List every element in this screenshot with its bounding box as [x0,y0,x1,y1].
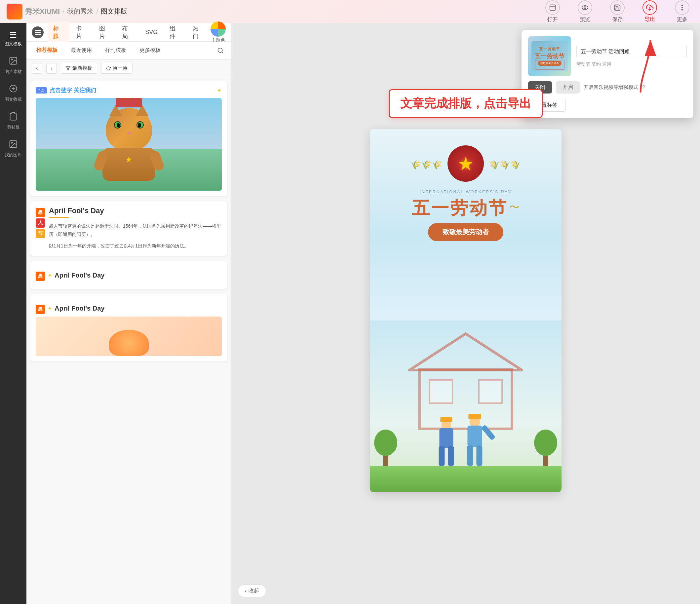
export-icon [643,0,657,15]
preview-icon [578,0,592,15]
tag-yu: 愚 [36,208,45,217]
sidebar-item-collection[interactable]: 图文收藏 [0,80,26,106]
labor-card-top: 🌾🌾🌾 🌾🌾🌾 INTERNATIONAL WORKERS'S DAY 五一劳动… [370,129,561,248]
preview-label: 预览 [580,16,590,23]
subtab-sample[interactable]: 样刊模板 [100,45,131,56]
tab-title[interactable]: 标题 [48,22,69,43]
card-tags-4: 愚 [36,303,45,314]
fool-underline [49,217,69,218]
card-image-4 [36,317,222,356]
card-title-3: April Fool's Day [54,272,104,279]
open-label: 打开 [547,16,558,23]
switch-on-button[interactable]: 开启 [556,81,580,94]
template-card-3[interactable]: 愚 ✦ April Fool's Day [30,261,227,289]
theme-button[interactable]: 主题色 [210,22,226,43]
brand-name: 秀米XIUMI [25,7,60,17]
card-tags-3: 愚 [36,270,45,281]
open-button[interactable]: 打开 [541,0,564,26]
svg-point-4 [682,9,683,10]
template-list[interactable]: 4.1 点击蓝字 关注我们 ✦ [26,77,231,604]
tag-ren: 人 [36,219,45,228]
svg-point-3 [682,7,683,8]
workers-figures [434,416,486,466]
top-bar: X 秀米XIUMI / 我的秀米 / 图文排版 打开 预览 保存 [0,0,700,23]
tab-hot[interactable]: 热门 [188,22,209,43]
filter-newest-label: 最新模板 [72,65,92,71]
tab-card[interactable]: 卡片 [71,22,93,43]
refresh-button[interactable]: 换一换 [101,63,132,74]
more-label: 更多 [677,16,688,23]
prev-arrow[interactable]: ‹ [32,63,42,74]
filter-newest-button[interactable]: 最新模板 [61,63,97,74]
main-content: 标题 卡片 图片 布局 SVG 组件 热门 主题色 推荐模板 最近使用 样刊模板… [26,23,700,604]
collapse-button[interactable]: ‹ 收起 [238,584,266,597]
template-card-4[interactable]: 愚 ✦ April Fool's Day [30,294,227,361]
popup-overlay: 五一劳动节 五一劳动节 致敬最美劳动者 劳动节 节约 通用 [522,30,693,118]
card-title-4: April Fool's Day [54,305,104,312]
cat-image: ★ [36,98,222,191]
popup-title-input[interactable] [576,45,687,58]
popup-template-row: 五一劳动节 五一劳动节 致敬最美劳动者 劳动节 节约 通用 [528,36,687,76]
template-icon: ☰ [9,30,17,40]
sidebar-label-collection: 图文收藏 [5,97,22,102]
breadcrumb-1[interactable]: 我的秀米 [67,7,94,16]
sidebar-label-images: 图片素材 [5,69,22,75]
save-button[interactable]: 保存 [606,0,629,26]
sidebar-item-clipboard[interactable]: 剪贴板 [0,108,26,134]
subtab-recent[interactable]: 最近使用 [66,45,97,56]
fool-text-1: 愚人节较普遍的说法是起源于法国。1564年，法国首先采用新改革的纪年法——格里历… [49,222,222,238]
sidebar-item-template[interactable]: ☰ 图文模板 [0,26,26,51]
svg-point-0 [584,7,586,8]
hook-decoration: 〜 [509,200,520,215]
tab-svg[interactable]: SVG [140,26,163,38]
subtab-more[interactable]: 更多模板 [135,45,165,56]
collapse-label: 收起 [249,587,259,595]
theme-circle-icon [210,22,226,37]
workers-cta-button[interactable]: 致敬最美劳动者 [428,223,503,241]
export-button[interactable]: 导出 [639,0,661,26]
more-button[interactable]: 更多 [671,0,693,26]
save-label: 保存 [612,16,623,23]
tab-component[interactable]: 组件 [164,22,186,43]
subtab-recommended[interactable]: 推荐模板 [32,45,62,56]
card-header-1: 4.1 点击蓝字 关注我们 ✦ [36,86,222,94]
fool-title-1: April Fool's Day [49,206,222,215]
svg-point-12 [11,142,12,144]
next-arrow[interactable]: › [46,63,57,74]
sidebar-label-template: 图文模板 [5,41,22,47]
question-icon: ? [642,84,645,91]
more-icon [675,0,690,15]
tab-image[interactable]: 图片 [94,22,116,43]
tag-yu-3: 愚 [36,272,45,281]
tag-jie: 节 [36,229,45,238]
svg-marker-17 [409,334,522,370]
tab-layout[interactable]: 布局 [117,22,139,43]
left-sidebar: ☰ 图文模板 图片素材 图文收藏 剪贴板 我的图库 [0,23,26,604]
svg-point-6 [11,59,12,60]
hamburger-button[interactable] [32,26,44,38]
search-button[interactable] [215,45,226,56]
sidebar-item-gallery[interactable]: 我的图库 [0,135,26,162]
right-panel: 五一劳动节 五一劳动节 致敬最美劳动者 劳动节 节约 通用 [231,23,700,604]
card-title-1: 点击蓝字 关注我们 [50,86,96,94]
sidebar-label-clipboard: 剪贴板 [7,124,20,130]
svg-point-13 [218,48,222,52]
popup-switch-row: 关闭 开启 开启音乐视频等增强模式 ? [528,81,687,94]
star-badge [448,145,484,182]
article-banner: 文章完成排版，点击导出 [389,89,543,118]
sub-tabs: 推荐模板 最近使用 样刊模板 更多模板 [26,42,231,59]
star-icon-1: ✦ [217,87,222,94]
preview-button[interactable]: 预览 [574,0,596,26]
svg-point-2 [682,5,683,6]
sidebar-item-images[interactable]: 图片素材 [0,52,26,79]
breadcrumb-2: 图文排版 [101,7,127,16]
popup-inputs: 劳动节 节约 通用 [576,45,687,68]
template-card-1[interactable]: 4.1 点击蓝字 关注我们 ✦ [30,81,227,196]
svg-line-14 [222,52,223,53]
save-icon [610,0,625,15]
export-label: 导出 [645,16,655,23]
template-card-2[interactable]: 愚 人 节 April Fool's Day 愚人节较普遍的说法是起源于法国。1… [30,201,227,256]
breadcrumb: 秀米XIUMI / 我的秀米 / 图文排版 [25,7,127,17]
star-4: ✦ [48,305,52,311]
clipboard-icon [8,112,18,123]
